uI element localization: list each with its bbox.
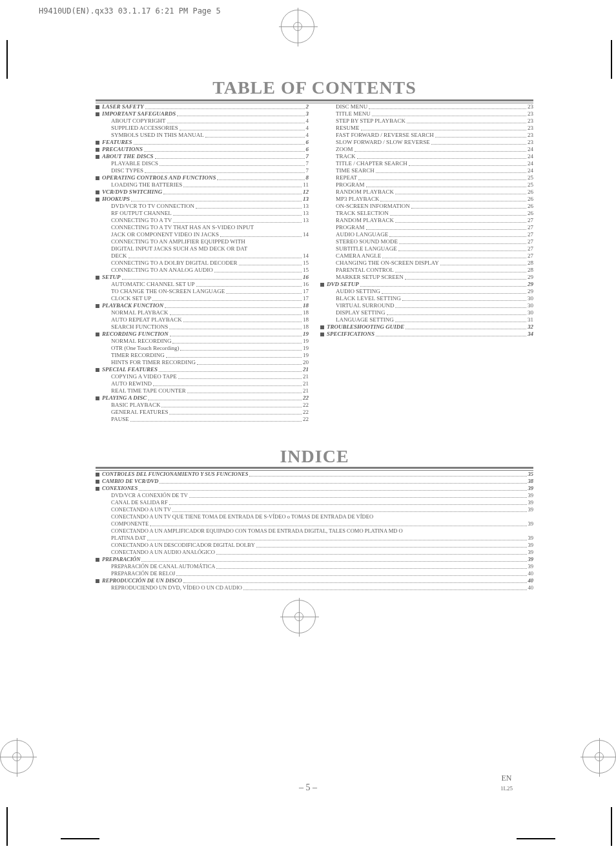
toc-label: PROGRAM [336,224,365,231]
toc-section-row: ABOUT THE DISCS7 [96,153,309,160]
toc-columns: LASER SAFETY2IMPORTANT SAFEGUARDS3ABOUT … [96,103,533,423]
leader-dots [167,118,305,123]
toc-label: REPRODUCIENDO UN DVD, VÍDEO O UN CD AUDI… [111,584,242,591]
bullet-icon [329,295,336,302]
bullet-icon [105,203,111,210]
bullet-icon [105,549,111,556]
registration-mark-right [582,740,616,774]
bullet-icon [105,402,111,409]
toc-page: 30 [528,302,533,309]
bullet-icon [105,224,111,231]
registration-mark-top [284,13,311,40]
leader-dots [366,181,526,187]
bullet-icon [105,380,111,387]
toc-label: PAUSE [111,416,129,423]
toc-section-row: SPECIFICATIONS34 [320,331,533,338]
leader-dots [183,577,527,583]
toc-sub-row: AUTO REWIND21 [96,380,309,387]
toc-page: 13 [303,196,309,203]
toc-label: CONECTANDO A UN TV QUE TIENE TOMA DE ENT… [111,513,373,520]
toc-label: RANDOM PLAYBACK [336,217,394,224]
toc-page: 39 [528,499,534,506]
toc-page: 21 [303,373,309,380]
toc-label: CAMBIO DE VCR/DVD [102,478,158,485]
leader-dots [217,174,304,180]
toc-label: VCR/DVD SWITCHING [102,189,162,196]
toc-label: TO CHANGE THE ON-SCREEN LANGUAGE [111,288,225,295]
bullet-icon [96,189,102,196]
toc-page: 39 [528,542,534,549]
toc-page: 14 [303,231,309,238]
toc-label: CONECTANDO A UN AMPLIFICADOR EQUIPADO CO… [111,528,403,535]
leader-dots [159,478,526,484]
leader-dots [395,302,526,308]
toc-section-row: CONEXIONES39 [96,485,533,492]
toc-right-column: DISC MENU23TITLE MENU23STEP BY STEP PLAY… [320,103,533,423]
toc-section-row: RECORDING FUNCTION19 [96,331,309,338]
toc-sub-row: DECK14 [96,252,309,260]
toc-page: 26 [528,196,533,203]
toc-page: 35 [528,471,534,478]
toc-label: PLAYING A DISC [102,395,147,402]
toc-page: 27 [528,231,533,238]
indice-column: CONTROLES DEL FUNCIONAMIENTO Y SUS FUNCI… [96,471,533,591]
toc-page: 18 [303,323,309,331]
toc-page: 3 [306,110,309,118]
bullet-icon [105,409,111,416]
toc-label: PLAYBACK FUNCTION [102,302,163,309]
bullet-icon [329,288,336,295]
bullet-icon [320,331,327,338]
toc-label: CONECTANDO A UN TV [111,506,171,513]
toc-section-row: IMPORTANT SAFEGUARDS3 [96,110,309,118]
bullet-icon [329,132,336,139]
leader-dots [402,295,526,301]
leader-dots [196,281,302,287]
toc-page: 27 [528,217,533,224]
leader-dots [399,238,526,244]
toc-page: 26 [528,203,533,210]
toc-section-row: PRECAUTIONS6 [96,146,309,153]
toc-page: 39 [528,520,534,528]
bullet-icon [105,323,111,331]
toc-label: BLACK LEVEL SETTING [336,295,401,302]
toc-label: SPECIAL FEATURES [102,366,158,373]
bullet-icon [105,309,111,316]
leader-dots [166,352,302,358]
toc-label: MP3 PLAYBACK [336,196,379,203]
bullet-icon [329,309,336,316]
toc-sub-row: CONNECTING TO AN AMPLIFIER EQUIPPED WITH [96,238,309,245]
toc-sub-row: CANAL DE SALIDA RF39 [96,499,533,506]
toc-sub-row: CONECTANDO A UN TV39 [96,506,533,513]
bullet-icon [329,217,336,224]
bullet-icon [329,103,336,110]
toc-label: AUTO REWIND [111,380,152,387]
bullet-icon [96,577,102,584]
toc-label: PARENTAL CONTROL [336,267,394,274]
toc-sub-row: REPEAT25 [320,174,533,181]
toc-page: 39 [528,506,534,513]
toc-sub-row: PROGRAM27 [320,224,533,231]
leader-dots [150,520,526,526]
toc-sub-row: CONECTANDO A UN AUDIO ANALÓGICO39 [96,549,533,556]
toc-label: BASIC PLAYBACK [111,402,160,409]
toc-page: 19 [303,345,309,352]
toc-page: 21 [303,366,309,373]
toc-sub-row: DISC TYPES7 [96,167,309,174]
bullet-icon [96,274,102,281]
toc-sub-row: CAMERA ANGLE27 [320,252,533,260]
toc-label: LANGUAGE SETTING [336,316,394,323]
bullet-icon [329,110,336,118]
footer-doc-code: 1L25 [500,785,513,792]
toc-page: 27 [528,252,533,260]
toc-label: CONNECTING TO A TV [111,217,172,224]
leader-dots [390,210,526,216]
bullet-icon [329,196,336,203]
leader-dots [358,174,526,180]
leader-dots [178,373,302,379]
toc-page: 16 [303,274,309,281]
toc-page: 6 [306,146,309,153]
toc-sub-row: SYMBOLS USED IN THIS MANUAL4 [96,132,309,139]
toc-section-row: SETUP16 [96,274,309,281]
toc-sub-row: CONECTANDO A UN DESCODIFICADOR DIGITAL D… [96,542,533,549]
toc-page: 19 [303,352,309,359]
